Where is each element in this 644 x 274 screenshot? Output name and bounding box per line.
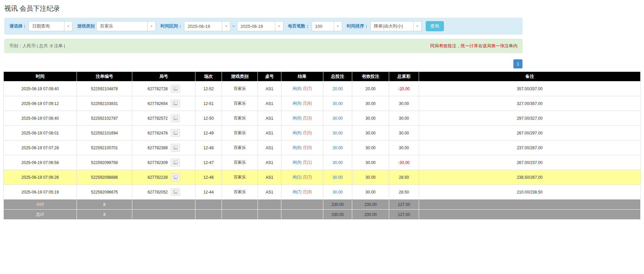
cell-valid-bet: 20.00 — [352, 81, 389, 96]
game-type: 百家乐 — [234, 175, 246, 179]
cell-game-type: 百家乐 — [222, 96, 258, 111]
session-no: 12-47 — [203, 160, 214, 165]
game-type-value[interactable]: 百家乐 — [96, 21, 147, 31]
round-media-icon[interactable] — [171, 144, 180, 152]
bet-id: 522592104878 — [91, 87, 118, 91]
result-player: 闲(7) — [292, 189, 302, 194]
session-no: 12-51 — [203, 101, 214, 106]
col-header-payout: 总派彩 — [389, 72, 419, 81]
bet-id: 522592102787 — [91, 116, 118, 121]
cell-valid-bet: 30.00 — [352, 170, 389, 185]
cell-note: 267.00/297.00 — [419, 126, 641, 141]
bet-records-table: 时间 注单编号 局号 场次 游戏类别 桌号 结果 总投注 有效投注 总派彩 备注… — [3, 71, 641, 220]
total-bet-link[interactable]: 30.00 — [332, 175, 342, 180]
caret-down-icon[interactable]: ▾ — [147, 21, 156, 31]
caret-down-icon[interactable]: ▾ — [413, 21, 422, 31]
bet-id: 522592096675 — [91, 190, 118, 195]
round-id: 627782389 — [147, 146, 168, 150]
cell-game-type: 百家乐 — [222, 170, 258, 185]
query-type-value[interactable]: 日期查询 — [29, 21, 64, 31]
round-media-icon[interactable] — [171, 129, 180, 137]
result-banker: 庄(0) — [303, 130, 312, 135]
result-banker: 庄(6) — [303, 101, 312, 106]
total-bet-link[interactable]: 30.00 — [332, 116, 342, 121]
total-count: 8 — [77, 210, 132, 220]
cell-game-type: 百家乐 — [222, 81, 258, 96]
total-bet-link[interactable]: 30.00 — [332, 131, 342, 135]
time-range-label: 时间区间： — [160, 23, 182, 29]
caret-down-icon[interactable]: ▾ — [64, 21, 73, 31]
page-button-1[interactable]: 1 — [513, 59, 522, 68]
cell-payout: -20.00 — [389, 81, 419, 96]
cell-table-no: AS1 — [258, 170, 281, 185]
bet-time: 2025-06-19 07:09:40 — [21, 87, 59, 91]
total-bet-link[interactable]: 30.00 — [332, 146, 342, 150]
total-bet-link[interactable]: 30.00 — [332, 160, 342, 165]
date-to-select[interactable]: 2025-06-19 ▾ — [237, 21, 283, 31]
total-bet-link[interactable]: 30.00 — [332, 190, 342, 195]
bet-time: 2025-06-19 07:08:01 — [21, 131, 59, 135]
bet-time: 2025-06-19 07:06:26 — [21, 175, 59, 180]
caret-down-icon[interactable]: ▾ — [334, 21, 342, 31]
total-bet-link[interactable]: 20.00 — [332, 87, 342, 91]
total-bet-link[interactable]: 30.00 — [332, 101, 342, 106]
table-row: 2025-06-19 07:09:12 522592103831 6277826… — [4, 96, 641, 111]
table-no: AS1 — [266, 116, 273, 121]
round-media-icon[interactable] — [171, 114, 180, 122]
cell-total-bet: 30.00 — [323, 170, 352, 185]
session-no: 12-44 — [203, 190, 214, 195]
cell-session: 12-50 — [195, 111, 222, 126]
date-to-value[interactable]: 2025-06-19 — [237, 21, 275, 31]
table-row: 2025-06-19 07:08:01 522592101694 6277824… — [4, 126, 641, 141]
round-id: 627782572 — [147, 116, 168, 121]
result-player: 闲(9) — [292, 116, 302, 120]
date-from-select[interactable]: 2025-06-19 ▾ — [184, 21, 230, 31]
sort-label: 时间排序： — [347, 23, 369, 29]
session-no: 12-48 — [203, 146, 214, 150]
cell-round-id: 627782309 — [132, 155, 195, 170]
table-row: 2025-06-19 07:08:40 522592102787 6277825… — [4, 111, 641, 126]
round-media-icon[interactable] — [171, 188, 180, 196]
search-button[interactable]: 查询 — [426, 21, 444, 31]
page-size-value[interactable]: 100 — [312, 21, 334, 31]
table-no: AS1 — [266, 87, 273, 91]
round-id: 627782728 — [147, 87, 168, 91]
cell-game-type: 百家乐 — [222, 185, 258, 200]
cell-bet-id: 522592101694 — [77, 126, 132, 141]
subtotal-count: 8 — [77, 200, 132, 210]
note: 210.00/238.50 — [517, 190, 543, 195]
cell-time: 2025-06-19 07:09:40 — [4, 81, 77, 96]
result-banker: 庄(3) — [303, 116, 312, 120]
date-from-value[interactable]: 2025-06-19 — [184, 21, 222, 31]
round-media-icon[interactable] — [171, 159, 180, 166]
page-size-select[interactable]: 100 ▾ — [312, 21, 342, 31]
table-no: AS1 — [266, 131, 273, 135]
round-media-icon[interactable] — [171, 173, 180, 181]
cell-time: 2025-06-19 07:08:40 — [4, 111, 77, 126]
cell-round-id: 627782052 — [132, 185, 195, 200]
col-header-valid-bet: 有效投注 — [352, 72, 389, 81]
note: 327.00/357.00 — [517, 101, 543, 106]
caret-down-icon[interactable]: ▾ — [222, 21, 230, 31]
sort-select[interactable]: 降幂(由大到小) ▾ — [370, 21, 422, 31]
game-type: 百家乐 — [234, 160, 246, 165]
sort-value[interactable]: 降幂(由大到小) — [370, 21, 413, 31]
cell-note: 238.50/267.00 — [419, 170, 641, 185]
game-type-label: 游戏类别 — [77, 23, 95, 29]
cell-valid-bet: 30.00 — [352, 185, 389, 200]
game-type-select[interactable]: 百家乐 ▾ — [96, 21, 156, 31]
subtotal-row: 小计 8 230.00 230.00 127.00 — [4, 200, 641, 210]
cell-note: 210.00/238.50 — [419, 185, 641, 200]
caret-down-icon[interactable]: ▾ — [275, 21, 283, 31]
query-type-select[interactable]: 日期查询 ▾ — [29, 21, 73, 31]
bet-time: 2025-06-19 07:05:19 — [21, 190, 59, 195]
bet-id: 522592103831 — [91, 101, 118, 106]
round-media-icon[interactable] — [171, 100, 180, 107]
cell-table-no: AS1 — [258, 185, 281, 200]
valid-bet: 30.00 — [365, 175, 375, 180]
note: 357.00/337.00 — [517, 87, 543, 91]
cell-session: 12-49 — [195, 126, 222, 141]
valid-bet: 30.00 — [365, 160, 375, 165]
result-player: 闲(6) — [292, 86, 302, 91]
round-media-icon[interactable] — [171, 85, 180, 93]
